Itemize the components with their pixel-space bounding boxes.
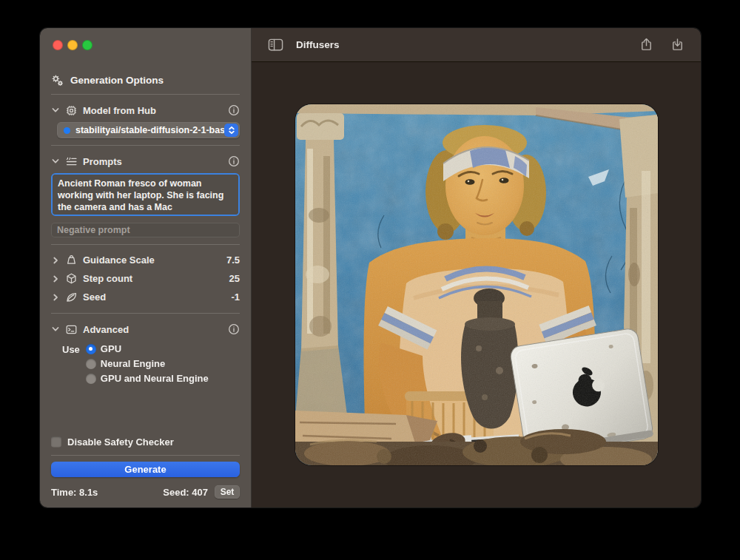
seed-row[interactable]: Seed -1: [51, 288, 240, 306]
model-select[interactable]: stabilityai/stable-diffusion-2-1-base: [57, 122, 240, 138]
time-value: Time: 8.1s: [51, 487, 98, 498]
cube-icon: [65, 272, 78, 285]
negative-prompt-input[interactable]: [51, 223, 240, 237]
save-icon[interactable]: [670, 38, 684, 52]
leaf-icon: [65, 291, 78, 303]
info-icon[interactable]: [228, 323, 240, 335]
use-label: Use: [62, 343, 80, 384]
desktop: Generation Options Model from Hub: [0, 0, 740, 560]
close-button[interactable]: [53, 40, 63, 50]
prompts-label: Prompts: [83, 156, 122, 167]
chevron-down-icon[interactable]: [51, 157, 60, 166]
radio-label[interactable]: GPU: [101, 343, 121, 354]
info-icon[interactable]: [228, 104, 240, 116]
guidance-scale-row[interactable]: Guidance Scale 7.5: [51, 251, 240, 269]
radio-unselected-icon[interactable]: [86, 359, 96, 369]
advanced-label: Advanced: [83, 324, 129, 335]
step-count-row[interactable]: Step count 25: [51, 269, 240, 288]
radio-selected-icon[interactable]: [86, 344, 96, 354]
scale-icon: [65, 254, 78, 266]
advanced-row[interactable]: Advanced: [51, 320, 240, 339]
model-label: Model from Hub: [83, 105, 156, 116]
safety-checker-label[interactable]: Disable Safety Checker: [67, 436, 174, 448]
step-count-label: Step count: [83, 273, 132, 284]
guidance-scale-value: 7.5: [226, 254, 240, 266]
sidebar-footer: Disable Safety Checker Generate Time: 8.…: [51, 435, 240, 499]
chevron-down-icon[interactable]: [51, 325, 60, 334]
status-row: Time: 8.1s Seed: 407 Set: [51, 485, 240, 499]
traffic-lights: [51, 40, 240, 50]
generation-options-sidebar: Generation Options Model from Hub: [40, 28, 252, 507]
popup-stepper-icon: [224, 124, 238, 137]
model-from-hub-row[interactable]: Model from Hub: [51, 101, 240, 120]
checkbox-unchecked-icon[interactable]: [51, 436, 61, 447]
divider: [51, 455, 240, 456]
titlebar: Diffusers: [252, 28, 701, 62]
result-seed-value: Seed: 407: [163, 487, 208, 498]
share-icon[interactable]: [639, 38, 653, 52]
radio-label[interactable]: Neural Engine: [101, 358, 165, 369]
radio-option-neural-engine[interactable]: Neural Engine: [86, 358, 209, 369]
step-count-value: 25: [229, 273, 240, 284]
seed-value: -1: [231, 291, 240, 303]
main-panel: Diffusers: [252, 28, 701, 507]
prompts-row[interactable]: Prompts: [51, 152, 240, 171]
sidebar-toggle-icon[interactable]: [268, 38, 283, 52]
radio-option-gpu-and-neural-engine[interactable]: GPU and Neural Engine: [86, 373, 209, 384]
generate-button[interactable]: Generate: [51, 462, 240, 477]
chevron-right-icon[interactable]: [51, 256, 60, 265]
divider: [51, 244, 240, 245]
generated-image: [295, 104, 658, 465]
radio-option-gpu[interactable]: GPU: [86, 343, 209, 354]
zoom-button[interactable]: [82, 40, 92, 50]
minimize-button[interactable]: [67, 40, 78, 50]
chevron-right-icon[interactable]: [51, 274, 60, 283]
safety-checker-row[interactable]: Disable Safety Checker: [51, 435, 240, 448]
gears-icon: [51, 74, 64, 87]
image-canvas: [252, 62, 701, 507]
guidance-scale-label: Guidance Scale: [83, 254, 155, 266]
divider: [51, 94, 240, 95]
radio-label[interactable]: GPU and Neural Engine: [101, 373, 209, 384]
compute-unit-group: Use GPU Neural Engine GPU and Neural Eng…: [62, 343, 240, 384]
sidebar-title: Generation Options: [70, 75, 164, 86]
info-icon[interactable]: [228, 155, 240, 167]
prompt-input[interactable]: Ancient Roman fresco of woman working wi…: [51, 173, 240, 216]
set-seed-button[interactable]: Set: [215, 485, 240, 499]
chip-icon: [65, 104, 78, 117]
chevron-down-icon[interactable]: [51, 106, 60, 115]
text-quote-icon: [65, 155, 78, 168]
radio-unselected-icon[interactable]: [86, 374, 96, 384]
model-status-dot: [64, 127, 70, 134]
window-title: Diffusers: [296, 39, 340, 50]
seed-label: Seed: [83, 291, 106, 303]
chevron-right-icon[interactable]: [51, 293, 60, 302]
divider: [51, 145, 240, 146]
sidebar-header: Generation Options: [51, 72, 240, 87]
diffusers-window: Generation Options Model from Hub: [40, 28, 701, 507]
model-selected-value: stabilityai/stable-diffusion-2-1-base: [75, 125, 224, 135]
terminal-icon: [65, 323, 78, 336]
divider: [51, 313, 240, 314]
